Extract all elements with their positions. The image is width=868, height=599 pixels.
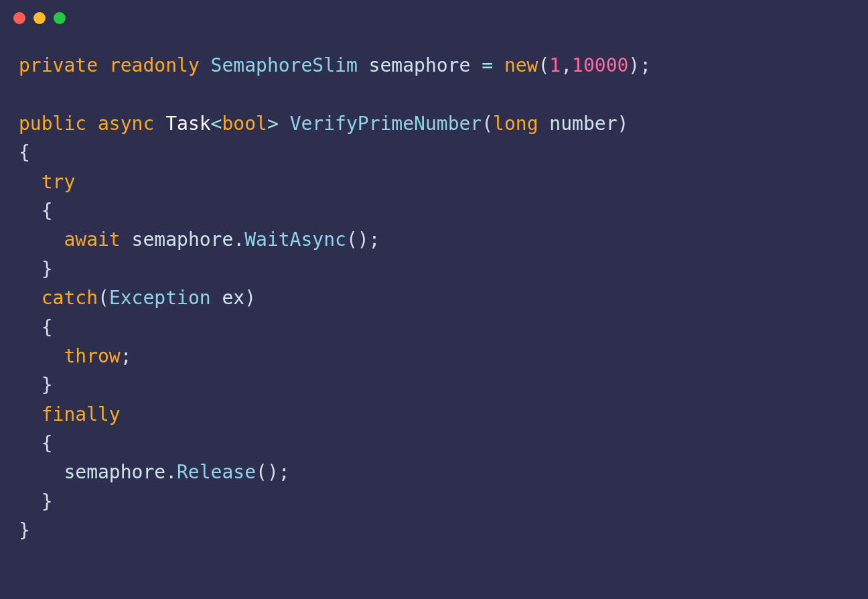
paren-close: ) <box>628 54 640 76</box>
code-block: private readonly SemaphoreSlim semaphore… <box>0 24 868 572</box>
brace-close: } <box>42 374 53 396</box>
keyword-readonly: readonly <box>109 54 200 76</box>
paren-open: ( <box>538 54 549 76</box>
semicolon: ; <box>640 54 651 76</box>
keyword-public: public <box>19 113 86 135</box>
comma: , <box>561 54 572 76</box>
param-number: number <box>549 113 617 135</box>
var-ex: ex <box>222 287 244 309</box>
type-exception: Exception <box>109 287 211 309</box>
keyword-private: private <box>19 54 98 76</box>
keyword-await: await <box>64 228 120 251</box>
method-waitasync: WaitAsync <box>244 228 346 251</box>
brace-close: } <box>42 490 53 513</box>
keyword-catch: catch <box>42 287 98 309</box>
type-task: Task <box>165 113 210 135</box>
method-verifyprimenumber: VerifyPrimeNumber <box>290 113 482 135</box>
var-semaphore: semaphore <box>369 54 471 76</box>
paren-close: ) <box>618 113 629 135</box>
dot: . <box>165 461 177 483</box>
paren-open: ( <box>98 287 109 309</box>
window-titlebar <box>0 0 868 24</box>
brace-open: { <box>42 432 53 454</box>
number-1: 1 <box>549 54 561 76</box>
paren-open: ( <box>346 228 358 251</box>
semicolon: ; <box>279 461 290 483</box>
brace-open: { <box>42 200 53 222</box>
number-10000: 10000 <box>572 54 628 76</box>
method-release: Release <box>177 461 256 483</box>
paren-open: ( <box>482 113 493 135</box>
keyword-new: new <box>504 54 538 76</box>
paren-close: ) <box>267 461 279 483</box>
semicolon: ; <box>121 345 132 367</box>
brace-open: { <box>42 316 53 338</box>
dot: . <box>233 228 244 251</box>
code-window: private readonly SemaphoreSlim semaphore… <box>0 0 868 599</box>
close-icon[interactable] <box>13 12 25 24</box>
keyword-async: async <box>98 113 154 135</box>
paren-open: ( <box>256 461 267 483</box>
paren-close: ) <box>244 287 256 309</box>
type-bool: bool <box>222 113 267 135</box>
angle-open: < <box>211 113 222 135</box>
paren-close: ) <box>358 228 369 251</box>
keyword-finally: finally <box>42 403 121 425</box>
operator-eq: = <box>482 54 493 76</box>
brace-open: { <box>19 141 30 163</box>
keyword-try: try <box>42 171 76 193</box>
brace-close: } <box>42 258 53 280</box>
type-semaphoreslim: SemaphoreSlim <box>211 54 358 76</box>
var-semaphore: semaphore <box>132 228 234 251</box>
angle-close: > <box>267 113 279 135</box>
minimize-icon[interactable] <box>33 12 46 24</box>
var-semaphore: semaphore <box>64 461 165 483</box>
maximize-icon[interactable] <box>54 12 66 24</box>
semicolon: ; <box>369 228 380 251</box>
keyword-throw: throw <box>64 345 120 367</box>
type-long: long <box>493 113 538 135</box>
brace-close: } <box>19 519 30 541</box>
